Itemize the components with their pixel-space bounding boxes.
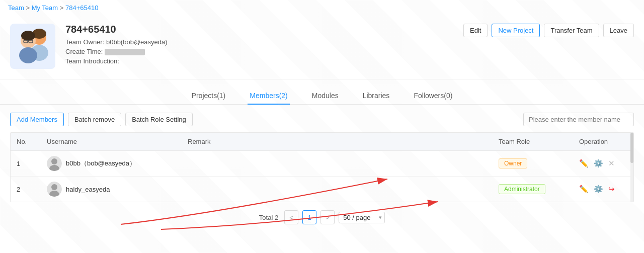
- batch-role-setting-button[interactable]: Batch Role Setting: [125, 113, 193, 126]
- members-table: No. Username Remark Team Role Operation …: [10, 132, 634, 202]
- svg-point-14: [51, 184, 57, 190]
- team-create-time: Create Time:: [65, 48, 634, 55]
- remove-icon-1: ✕: [608, 159, 615, 168]
- tab-followers[interactable]: Followers(0): [412, 88, 454, 105]
- cell-remark-2: [182, 177, 493, 202]
- scrollbar-thumb[interactable]: [630, 133, 633, 163]
- cell-role-2: Administrator: [493, 177, 573, 202]
- table-header-row: No. Username Remark Team Role Operation: [11, 133, 633, 151]
- page-next-button[interactable]: >: [320, 210, 335, 224]
- svg-point-6: [21, 31, 35, 41]
- cell-username-2: haidy_easyeda: [41, 177, 182, 202]
- per-page-select[interactable]: 50 / page 20 / page 100 / page: [339, 212, 385, 223]
- settings-icon-2[interactable]: ⚙️: [594, 185, 603, 194]
- page-prev-button[interactable]: <: [284, 210, 298, 224]
- table-row: 2 haidy_easyeda: [11, 177, 633, 202]
- scrollbar[interactable]: [630, 133, 633, 202]
- transfer-team-button[interactable]: Transfer Team: [544, 24, 599, 37]
- username-1: b0bb（bob@easyeda）: [66, 159, 136, 168]
- pagination-total: Total 2: [259, 214, 278, 221]
- team-avatar: [10, 24, 55, 69]
- cell-no-1: 1: [11, 151, 41, 177]
- leave-button[interactable]: Leave: [603, 24, 634, 37]
- settings-icon-1: ⚙️: [594, 159, 603, 168]
- tab-projects[interactable]: Projects(1): [190, 88, 228, 105]
- add-members-button[interactable]: Add Members: [10, 113, 64, 126]
- tab-members[interactable]: Members(2): [248, 88, 289, 105]
- edit-icon-1[interactable]: ✏️: [579, 159, 589, 168]
- cell-op-2: ✏️ ⚙️ ↪: [573, 177, 633, 202]
- table: No. Username Remark Team Role Operation …: [11, 133, 633, 202]
- page-1-button[interactable]: 1: [302, 210, 316, 224]
- per-page-wrapper: 50 / page 20 / page 100 / page: [339, 212, 385, 223]
- search-input[interactable]: [523, 113, 634, 126]
- search-box: [523, 113, 634, 126]
- edit-button[interactable]: Edit: [463, 24, 488, 37]
- col-username: Username: [41, 133, 182, 151]
- col-remark: Remark: [182, 133, 493, 151]
- team-owner: Team Owner: b0bb(bob@easyeda): [65, 38, 634, 46]
- pagination: Total 2 < 1 > 50 / page 20 / page 100 / …: [10, 210, 634, 224]
- col-no: No.: [11, 133, 41, 151]
- col-role: Team Role: [493, 133, 573, 151]
- new-project-button[interactable]: New Project: [492, 24, 540, 37]
- col-operation: Operation: [573, 133, 633, 151]
- cell-remark-1: [182, 151, 493, 177]
- batch-remove-button[interactable]: Batch remove: [68, 113, 121, 126]
- breadcrumb-my-team[interactable]: My Team: [32, 4, 58, 12]
- remove-icon-2[interactable]: ↪: [608, 185, 615, 194]
- breadcrumb-team[interactable]: Team: [8, 4, 24, 12]
- svg-point-5: [19, 47, 37, 63]
- tabs: Projects(1) Members(2) Modules Libraries…: [0, 79, 644, 105]
- role-badge-1: Owner: [499, 158, 527, 168]
- breadcrumb: Team > My Team > 784+65410: [0, 0, 644, 16]
- cell-role-1: Owner: [493, 151, 573, 177]
- tab-modules[interactable]: Modules: [310, 88, 341, 105]
- content-area: Add Members Batch remove Batch Role Sett…: [0, 105, 644, 232]
- user-avatar-1: [47, 156, 62, 171]
- tab-libraries[interactable]: Libraries: [361, 88, 392, 105]
- toolbar: Add Members Batch remove Batch Role Sett…: [10, 113, 634, 126]
- username-2: haidy_easyeda: [66, 186, 110, 193]
- team-actions: Edit New Project Transfer Team Leave: [463, 24, 634, 37]
- team-header: 784+65410 Team Owner: b0bb(bob@easyeda) …: [0, 16, 644, 79]
- edit-icon-2[interactable]: ✏️: [579, 185, 589, 194]
- cell-op-1: ✏️ ⚙️ ✕: [573, 151, 633, 177]
- breadcrumb-current[interactable]: 784+65410: [65, 4, 98, 12]
- table-row: 1 b0bb（bob@easyeda）: [11, 151, 633, 177]
- svg-point-11: [51, 158, 57, 164]
- cell-no-2: 2: [11, 177, 41, 202]
- role-badge-2: Administrator: [499, 184, 545, 194]
- cell-username-1: b0bb（bob@easyeda）: [41, 151, 182, 177]
- team-intro: Team Introduction:: [65, 57, 634, 65]
- user-avatar-2: [47, 182, 62, 197]
